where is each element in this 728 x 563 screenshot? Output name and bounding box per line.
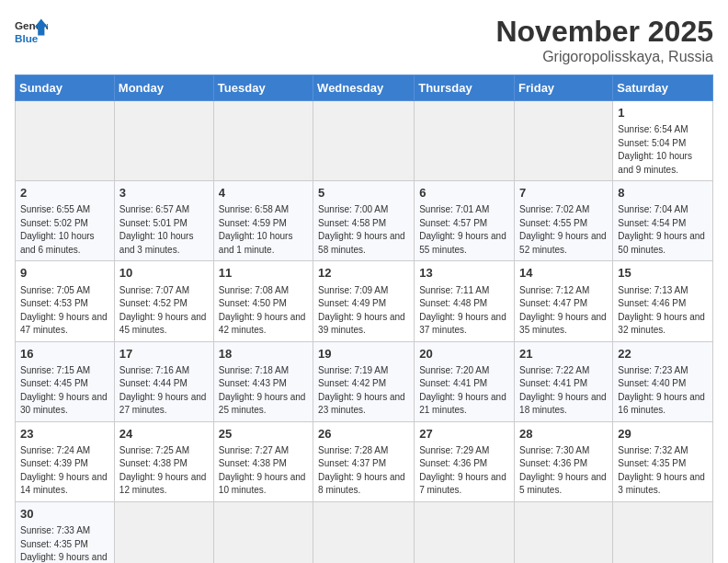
day-number: 27	[419, 426, 509, 442]
day-number: 20	[419, 346, 509, 362]
day-number: 15	[618, 265, 708, 282]
day-number: 17	[119, 346, 209, 362]
calendar-cell: 6Sunrise: 7:01 AM Sunset: 4:57 PM Daylig…	[415, 181, 515, 261]
cell-info: Sunrise: 6:54 AM Sunset: 5:04 PM Dayligh…	[618, 123, 708, 177]
day-number: 13	[419, 265, 509, 282]
day-number: 22	[618, 346, 708, 362]
cell-info: Sunrise: 6:58 AM Sunset: 4:59 PM Dayligh…	[219, 203, 308, 257]
calendar-cell: 21Sunrise: 7:22 AM Sunset: 4:41 PM Dayli…	[515, 341, 613, 421]
day-number: 30	[20, 506, 109, 523]
calendar-cell: 17Sunrise: 7:16 AM Sunset: 4:44 PM Dayli…	[114, 341, 213, 421]
cell-info: Sunrise: 7:12 AM Sunset: 4:47 PM Dayligh…	[519, 284, 608, 338]
logo-icon: General Blue	[15, 15, 48, 48]
cell-info: Sunrise: 7:13 AM Sunset: 4:46 PM Dayligh…	[618, 284, 708, 338]
day-number: 28	[519, 426, 608, 442]
day-number: 21	[519, 346, 608, 362]
weekday-header: Thursday	[415, 75, 515, 101]
cell-info: Sunrise: 7:32 AM Sunset: 4:35 PM Dayligh…	[618, 444, 708, 498]
day-number: 12	[318, 265, 409, 282]
calendar-cell: 2Sunrise: 6:55 AM Sunset: 5:02 PM Daylig…	[16, 181, 115, 261]
cell-info: Sunrise: 7:07 AM Sunset: 4:52 PM Dayligh…	[119, 284, 209, 338]
calendar-cell: 30Sunrise: 7:33 AM Sunset: 4:35 PM Dayli…	[16, 501, 115, 563]
cell-info: Sunrise: 7:02 AM Sunset: 4:55 PM Dayligh…	[519, 203, 608, 257]
cell-info: Sunrise: 7:19 AM Sunset: 4:42 PM Dayligh…	[318, 364, 409, 418]
cell-info: Sunrise: 7:25 AM Sunset: 4:38 PM Dayligh…	[119, 444, 209, 498]
calendar-cell: 22Sunrise: 7:23 AM Sunset: 4:40 PM Dayli…	[613, 341, 713, 421]
calendar-cell: 10Sunrise: 7:07 AM Sunset: 4:52 PM Dayli…	[114, 261, 213, 341]
day-number: 6	[419, 185, 509, 201]
calendar-cell	[515, 101, 613, 181]
month-title: November 2025	[495, 15, 713, 49]
day-number: 25	[219, 426, 308, 442]
cell-info: Sunrise: 7:29 AM Sunset: 4:36 PM Dayligh…	[419, 444, 509, 498]
day-number: 19	[318, 346, 409, 362]
day-number: 1	[618, 105, 708, 121]
cell-info: Sunrise: 6:57 AM Sunset: 5:01 PM Dayligh…	[119, 203, 209, 257]
day-number: 14	[519, 265, 608, 282]
calendar-cell	[613, 501, 713, 563]
calendar-cell	[213, 101, 313, 181]
svg-text:Blue: Blue	[15, 32, 39, 44]
weekday-header: Monday	[114, 75, 213, 101]
cell-info: Sunrise: 7:09 AM Sunset: 4:49 PM Dayligh…	[318, 284, 409, 338]
calendar-cell: 19Sunrise: 7:19 AM Sunset: 4:42 PM Dayli…	[313, 341, 415, 421]
title-block: November 2025 Grigoropolisskaya, Russia	[495, 15, 713, 65]
calendar-cell: 23Sunrise: 7:24 AM Sunset: 4:39 PM Dayli…	[16, 421, 115, 501]
weekday-header: Friday	[515, 75, 613, 101]
calendar-cell: 7Sunrise: 7:02 AM Sunset: 4:55 PM Daylig…	[515, 181, 613, 261]
cell-info: Sunrise: 7:11 AM Sunset: 4:48 PM Dayligh…	[419, 284, 509, 338]
cell-info: Sunrise: 7:01 AM Sunset: 4:57 PM Dayligh…	[419, 203, 509, 257]
calendar-cell: 1Sunrise: 6:54 AM Sunset: 5:04 PM Daylig…	[613, 101, 713, 181]
cell-info: Sunrise: 7:22 AM Sunset: 4:41 PM Dayligh…	[519, 364, 608, 418]
calendar-cell: 28Sunrise: 7:30 AM Sunset: 4:36 PM Dayli…	[515, 421, 613, 501]
calendar-cell	[16, 101, 115, 181]
cell-info: Sunrise: 7:33 AM Sunset: 4:35 PM Dayligh…	[20, 524, 109, 563]
calendar-cell: 14Sunrise: 7:12 AM Sunset: 4:47 PM Dayli…	[515, 261, 613, 341]
calendar-cell: 26Sunrise: 7:28 AM Sunset: 4:37 PM Dayli…	[313, 421, 415, 501]
calendar-cell	[114, 101, 213, 181]
cell-info: Sunrise: 7:00 AM Sunset: 4:58 PM Dayligh…	[318, 203, 409, 257]
day-number: 3	[119, 185, 209, 201]
calendar-header: SundayMondayTuesdayWednesdayThursdayFrid…	[16, 75, 713, 101]
cell-info: Sunrise: 7:30 AM Sunset: 4:36 PM Dayligh…	[519, 444, 608, 498]
calendar-cell	[313, 101, 415, 181]
calendar-cell: 24Sunrise: 7:25 AM Sunset: 4:38 PM Dayli…	[114, 421, 213, 501]
day-number: 2	[20, 185, 109, 201]
calendar: SundayMondayTuesdayWednesdayThursdayFrid…	[15, 75, 713, 563]
day-number: 9	[20, 265, 109, 282]
cell-info: Sunrise: 7:27 AM Sunset: 4:38 PM Dayligh…	[219, 444, 308, 498]
calendar-cell	[515, 501, 613, 563]
calendar-cell: 16Sunrise: 7:15 AM Sunset: 4:45 PM Dayli…	[16, 341, 115, 421]
calendar-cell	[114, 501, 213, 563]
day-number: 8	[618, 185, 708, 201]
calendar-cell: 15Sunrise: 7:13 AM Sunset: 4:46 PM Dayli…	[613, 261, 713, 341]
cell-info: Sunrise: 7:05 AM Sunset: 4:53 PM Dayligh…	[20, 284, 109, 338]
cell-info: Sunrise: 7:04 AM Sunset: 4:54 PM Dayligh…	[618, 203, 708, 257]
day-number: 16	[20, 346, 109, 362]
day-number: 4	[219, 185, 308, 201]
calendar-cell	[213, 501, 313, 563]
cell-info: Sunrise: 6:55 AM Sunset: 5:02 PM Dayligh…	[20, 203, 109, 257]
day-number: 26	[318, 426, 409, 442]
cell-info: Sunrise: 7:28 AM Sunset: 4:37 PM Dayligh…	[318, 444, 409, 498]
calendar-cell: 29Sunrise: 7:32 AM Sunset: 4:35 PM Dayli…	[613, 421, 713, 501]
calendar-cell	[415, 101, 515, 181]
day-number: 24	[119, 426, 209, 442]
weekday-header: Wednesday	[313, 75, 415, 101]
logo: General Blue	[15, 15, 48, 48]
day-number: 18	[219, 346, 308, 362]
calendar-cell: 18Sunrise: 7:18 AM Sunset: 4:43 PM Dayli…	[213, 341, 313, 421]
calendar-cell: 12Sunrise: 7:09 AM Sunset: 4:49 PM Dayli…	[313, 261, 415, 341]
calendar-cell: 20Sunrise: 7:20 AM Sunset: 4:41 PM Dayli…	[415, 341, 515, 421]
cell-info: Sunrise: 7:24 AM Sunset: 4:39 PM Dayligh…	[20, 444, 109, 498]
calendar-cell: 4Sunrise: 6:58 AM Sunset: 4:59 PM Daylig…	[213, 181, 313, 261]
cell-info: Sunrise: 7:15 AM Sunset: 4:45 PM Dayligh…	[20, 364, 109, 418]
calendar-cell: 3Sunrise: 6:57 AM Sunset: 5:01 PM Daylig…	[114, 181, 213, 261]
weekday-header: Tuesday	[213, 75, 313, 101]
calendar-cell: 13Sunrise: 7:11 AM Sunset: 4:48 PM Dayli…	[415, 261, 515, 341]
calendar-cell	[415, 501, 515, 563]
calendar-cell: 25Sunrise: 7:27 AM Sunset: 4:38 PM Dayli…	[213, 421, 313, 501]
cell-info: Sunrise: 7:23 AM Sunset: 4:40 PM Dayligh…	[618, 364, 708, 418]
day-number: 29	[618, 426, 708, 442]
calendar-cell	[313, 501, 415, 563]
